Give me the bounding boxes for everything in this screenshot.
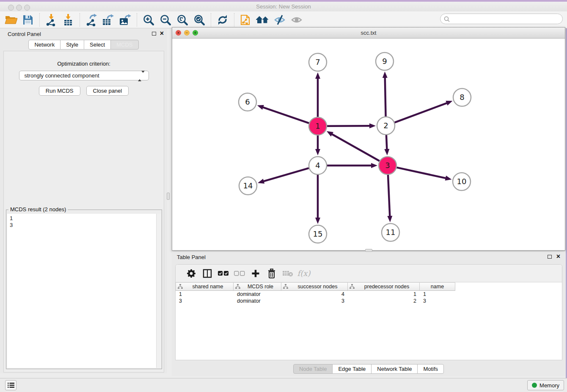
edge-1-6[interactable] xyxy=(257,105,309,123)
criterion-dropdown[interactable]: strongly connected component xyxy=(19,71,149,80)
edge-2-8[interactable] xyxy=(395,101,453,122)
tab-mcds[interactable]: MCDS xyxy=(110,40,138,50)
horizontal-splitter-handle[interactable] xyxy=(365,249,372,252)
search-input[interactable] xyxy=(450,16,562,22)
close-panel-icon[interactable]: × xyxy=(160,29,164,38)
export-network-button[interactable] xyxy=(83,13,100,27)
edge-3-10[interactable] xyxy=(396,168,451,181)
status-bar: Memory xyxy=(0,378,567,392)
edge-3-1[interactable] xyxy=(327,131,380,161)
float-panel-icon[interactable] xyxy=(152,32,156,36)
tab-network[interactable]: Network xyxy=(28,40,61,50)
open-session-button[interactable] xyxy=(3,13,19,27)
column-settings-button[interactable] xyxy=(183,266,199,281)
zoom-out-button[interactable] xyxy=(157,13,174,27)
table-cell: 1 xyxy=(420,291,455,297)
zoom-selected-button[interactable] xyxy=(191,13,208,27)
column-header-predecessor-nodes[interactable]: predecessor nodes xyxy=(348,282,420,291)
run-mcds-button[interactable]: Run MCDS xyxy=(39,86,80,96)
zoom-fit-icon xyxy=(176,14,188,26)
edge-1-7[interactable] xyxy=(315,72,320,117)
import-table-button[interactable] xyxy=(60,13,77,27)
svg-text:14: 14 xyxy=(243,181,253,190)
result-scrollbar[interactable] xyxy=(156,214,161,368)
node-8[interactable]: 8 xyxy=(453,88,471,106)
table-tab-node-table[interactable]: Node Table xyxy=(293,364,333,374)
save-session-button[interactable] xyxy=(19,13,36,27)
apply-layout-button[interactable] xyxy=(214,13,231,27)
node-9[interactable]: 9 xyxy=(376,52,394,70)
edge-3-11[interactable] xyxy=(387,175,392,222)
table-tab-motifs[interactable]: Motifs xyxy=(417,364,444,374)
list-icon xyxy=(8,382,14,388)
task-history-button[interactable] xyxy=(5,380,17,390)
toolbar-separator xyxy=(39,13,40,27)
svg-text:7: 7 xyxy=(315,58,320,66)
node-11[interactable]: 11 xyxy=(382,224,399,241)
close-panel-icon[interactable]: × xyxy=(556,252,560,261)
node-7[interactable]: 7 xyxy=(309,53,327,71)
edge-4-3[interactable] xyxy=(327,163,377,168)
close-panel-button[interactable]: Close panel xyxy=(86,86,129,96)
table-panel-header: Table Panel × xyxy=(172,252,565,262)
delete-columns-button[interactable] xyxy=(264,266,280,281)
import-network-button[interactable] xyxy=(43,13,60,27)
node-3[interactable]: 3 xyxy=(379,157,396,174)
network-canvas[interactable]: 7968124314101511 xyxy=(172,39,565,250)
open-network-file-button[interactable] xyxy=(237,13,254,27)
apply-function-button[interactable]: f(x) xyxy=(296,266,312,281)
table-cell: dominator xyxy=(234,298,281,304)
search-icon xyxy=(444,16,450,22)
edge-1-2[interactable] xyxy=(327,123,376,128)
table-cell: 1 xyxy=(348,291,420,297)
edge-2-3[interactable] xyxy=(384,135,389,155)
column-header-successor-nodes[interactable]: successor nodes xyxy=(281,282,348,291)
import-table-icon xyxy=(62,14,74,26)
edge-4-15[interactable] xyxy=(315,175,320,224)
edge-1-4[interactable] xyxy=(315,135,320,155)
edge-4-14[interactable] xyxy=(258,168,309,184)
export-table-button[interactable] xyxy=(100,13,117,27)
zoom-in-icon xyxy=(143,14,154,26)
vertical-splitter-handle[interactable] xyxy=(167,193,170,200)
memory-status-dot xyxy=(532,383,537,388)
select-all-columns-button[interactable] xyxy=(215,266,231,281)
table-tab-network-table[interactable]: Network Table xyxy=(371,364,418,374)
deselect-all-columns-button[interactable] xyxy=(231,266,248,281)
hide-panel-button[interactable] xyxy=(271,13,288,27)
show-panel-button[interactable] xyxy=(288,13,305,27)
node-15[interactable]: 15 xyxy=(309,225,327,243)
delete-table-button[interactable] xyxy=(280,266,296,281)
table-cell: 2 xyxy=(348,298,420,304)
column-header-MCDS-role[interactable]: MCDS role xyxy=(234,282,281,291)
node-10[interactable]: 10 xyxy=(453,173,471,190)
search-box[interactable] xyxy=(440,14,563,24)
zoom-fit-button[interactable] xyxy=(174,13,191,27)
table-row[interactable]: 3dominator323 xyxy=(176,298,562,304)
split-column-button[interactable] xyxy=(199,266,215,281)
network-window-titlebar[interactable]: × − + scc.txt xyxy=(172,28,565,39)
node-2[interactable]: 2 xyxy=(377,117,395,135)
table-tab-edge-table[interactable]: Edge Table xyxy=(332,364,372,374)
node-14[interactable]: 14 xyxy=(239,177,257,195)
export-image-button[interactable] xyxy=(117,13,134,27)
zoom-selected-icon xyxy=(193,14,205,26)
table-row[interactable]: 1dominator411 xyxy=(176,291,562,298)
node-6[interactable]: 6 xyxy=(239,93,256,111)
mcds-result-area[interactable]: 1 3 xyxy=(7,214,161,368)
tab-select[interactable]: Select xyxy=(84,40,111,50)
node-1[interactable]: 1 xyxy=(309,117,327,135)
mcds-panel: Optimization criterion: strongly connect… xyxy=(3,51,164,373)
node-4[interactable]: 4 xyxy=(309,157,327,174)
tab-style[interactable]: Style xyxy=(60,40,84,50)
column-header-name[interactable]: name xyxy=(420,282,455,291)
column-header-shared-name[interactable]: shared name xyxy=(176,282,234,291)
edge-2-9[interactable] xyxy=(383,72,388,116)
home-button[interactable] xyxy=(254,13,271,27)
export-network-icon xyxy=(85,14,98,26)
memory-button[interactable]: Memory xyxy=(527,380,564,390)
add-column-button[interactable] xyxy=(248,266,264,281)
trash-icon xyxy=(267,268,276,279)
zoom-in-button[interactable] xyxy=(140,13,157,27)
float-panel-icon[interactable] xyxy=(548,255,552,259)
